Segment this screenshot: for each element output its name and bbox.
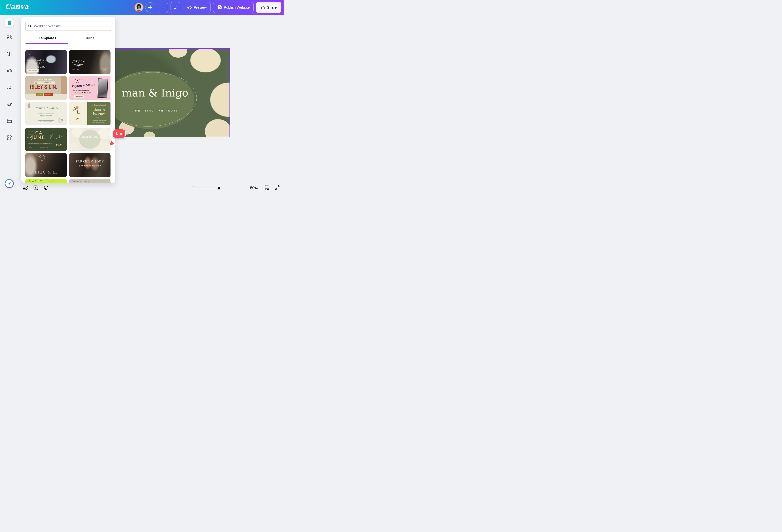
template-title: Hannah + Daniel: [25, 107, 67, 110]
collaborator-name-badge: Lin: [112, 129, 126, 139]
user-avatar[interactable]: [134, 3, 144, 12]
template-title: ERIC & LI: [25, 170, 67, 175]
comment-icon: [173, 5, 178, 10]
share-button[interactable]: Share: [256, 2, 281, 13]
sidebar-item-brand[interactable]: [6, 68, 12, 74]
template-thumbnail-luca-june[interactable]: LUCA and JUNE ARE CELEBRATING THEIR WEDD…: [25, 127, 67, 151]
monogram-badge: E&L: [39, 155, 45, 161]
canva-editor: { "topbar": { "logo": "Canva", "preview_…: [0, 0, 284, 193]
add-member-button[interactable]: [145, 2, 155, 12]
preview-label: Preview: [194, 5, 207, 9]
timer-icon: [43, 184, 49, 190]
template-text: THE BLISS OF: [27, 62, 48, 65]
template-thumbnail-joseph-imogen[interactable]: Joseph & Imogen May 1, 2025 RSVP: [69, 50, 110, 74]
template-thumbnail-riley-lin[interactable]: 123 DAYS TO GO! JULY 15, 2030 | VENSTON …: [25, 76, 67, 100]
share-label: Share: [267, 5, 277, 9]
notes-button[interactable]: [23, 185, 29, 191]
canva-logo[interactable]: Canva: [5, 3, 29, 10]
template-text: APRIL 30,: [29, 145, 35, 147]
publish-label: Publish Website: [224, 5, 250, 9]
sidebar-item-design[interactable]: [5, 18, 13, 27]
photo-frame: [98, 78, 108, 98]
template-thumbnail-iman-inigo-selected[interactable]: Iman & Inigo ARE TYING THE KNOT!: [69, 127, 110, 151]
fullscreen-button[interactable]: [275, 185, 280, 190]
template-thumbnail-peyton-shane[interactable]: Peyton + Shane ARE GETTING MARRIED ON JA…: [69, 76, 110, 100]
template-text: JANUARY 20, 2030: [71, 91, 95, 94]
zoom-level[interactable]: 50%: [250, 186, 258, 190]
template-thumbnail-donna-stroupe[interactable]: Donna Stroupe: [69, 179, 110, 183]
template-thumbnail-life-style[interactable]: Life and Style About Me: [25, 179, 67, 183]
template-text: Together forever on August 25, 2025: [25, 113, 67, 115]
couple-names-text[interactable]: man & Inigo: [115, 87, 199, 99]
template-text: YOUR BIG DAY.: [27, 65, 48, 69]
present-button[interactable]: [33, 185, 39, 191]
plant-icon: [39, 180, 43, 183]
top-bar: Canva Preview: [0, 0, 284, 15]
oval-shape: [79, 130, 101, 149]
template-text: 3 o'clock in the afternoon: [25, 115, 67, 116]
topbar-actions: Preview Publish Website Share: [134, 2, 281, 13]
insights-button[interactable]: [158, 2, 168, 13]
publish-website-button[interactable]: Publish Website: [213, 2, 254, 13]
monogram-letter: J: [78, 112, 80, 119]
draw-icon: [6, 101, 12, 107]
template-text: Imogen: [72, 63, 86, 67]
sidebar-item-draw[interactable]: [6, 101, 12, 107]
template-button: SAVE THE DATE: [74, 95, 84, 98]
tulip-decoration: [76, 106, 78, 109]
template-button: RSVP: [36, 93, 43, 96]
tab-templates[interactable]: Templates: [39, 36, 56, 40]
timer-button[interactable]: [43, 184, 49, 190]
collaborator-cursor: Lin: [108, 139, 116, 148]
template-title: JUNE: [31, 135, 45, 140]
sparkle-icon: [6, 181, 12, 186]
template-logo: BLISS: [27, 52, 32, 57]
template-title: Iman & Inigo: [69, 135, 110, 138]
template-title: Jeremy: [87, 112, 110, 115]
share-icon: [260, 5, 265, 10]
template-text: are getting married: [69, 164, 110, 167]
template-title: Donna Stroupe: [71, 180, 89, 183]
notes-icon: [23, 185, 29, 191]
left-sidebar: [0, 15, 19, 193]
tagline-text[interactable]: ARE TYING THE KNOT!: [115, 109, 199, 112]
template-text: May 1, 2025: [72, 69, 80, 70]
template-thumbnail-eric-li[interactable]: E&L ERIC & LI: [25, 153, 67, 177]
design-page[interactable]: man & Inigo ARE TYING THE KNOT!: [115, 48, 230, 137]
sidebar-item-text[interactable]: [6, 51, 12, 57]
template-text: ARE TYING THE KNOT!: [69, 140, 110, 141]
template-button: REGISTRY: [44, 93, 53, 96]
sidebar-item-projects[interactable]: [6, 118, 12, 124]
comments-button[interactable]: [171, 2, 180, 13]
elements-icon: [6, 34, 12, 40]
search-input[interactable]: [34, 24, 109, 28]
tab-styles[interactable]: Styles: [85, 36, 95, 40]
preview-button[interactable]: Preview: [183, 2, 210, 13]
template-thumbnail-hannah-daniel[interactable]: Hannah + Daniel Together forever on Augu…: [25, 102, 67, 125]
website-icon: [217, 5, 222, 10]
projects-icon: [6, 118, 12, 124]
cursor-arrow-icon: [108, 139, 116, 148]
template-title: PARKER & JODY: [69, 160, 110, 163]
avatar: [134, 3, 144, 12]
sidebar-item-uploads[interactable]: [6, 84, 12, 90]
template-nav-item: About Me: [48, 180, 55, 182]
template-thumbnail-parker-jody[interactable]: PARKER & JODY are getting married: [69, 153, 110, 177]
grid-view-button[interactable]: [264, 185, 270, 190]
template-text: 123 DAYS TO GO!: [38, 79, 51, 80]
canva-assistant-button[interactable]: [5, 179, 14, 188]
template-thumbnail-alaia-jeremy[interactable]: A J A Golden Renewal Alaia & Jeremy Cele…: [69, 102, 110, 125]
pages-grid-icon: [264, 185, 270, 190]
template-text: A Golden Renewal: [87, 104, 110, 106]
template-button: RSVP: [56, 144, 62, 147]
search-box[interactable]: [25, 22, 111, 31]
template-thumbnail-bliss[interactable]: BLISS LET US CAPTURE THE BLISS OF YOUR B…: [25, 50, 67, 74]
zoom-slider-thumb[interactable]: [217, 186, 221, 190]
template-text: AT LAKESIDE: [40, 145, 49, 147]
template-text: 2030: [29, 147, 35, 149]
flower-decoration: [58, 119, 62, 123]
sidebar-item-apps[interactable]: [6, 135, 12, 141]
template-title: Alaia &: [87, 108, 110, 112]
sidebar-item-elements[interactable]: [6, 34, 12, 40]
template-text: on February 20, 2030: [87, 121, 110, 123]
